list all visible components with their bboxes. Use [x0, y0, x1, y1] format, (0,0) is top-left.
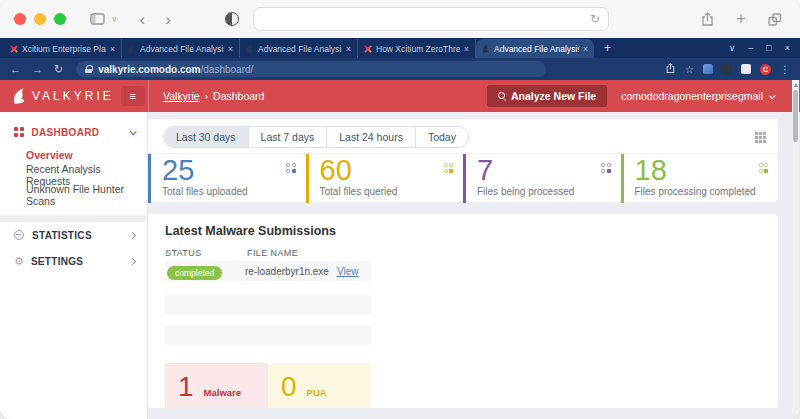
- brand-area: VALKYRIE ≡: [0, 80, 148, 112]
- stats-panel: Last 30 days Last 7 days Last 24 hours T…: [148, 119, 778, 202]
- extension-icon-light[interactable]: [741, 64, 751, 74]
- browser-menu-icon[interactable]: ⋮: [780, 64, 790, 75]
- tab-label: Advanced File Analysis System | V: [140, 44, 224, 54]
- scrollbar-up-arrow[interactable]: [792, 80, 799, 90]
- breadcrumb-separator: ›: [205, 90, 209, 102]
- page-scrollbar[interactable]: [792, 80, 799, 417]
- malware-section-title: Latest Malware Submissions: [165, 214, 778, 245]
- minimize-window-button[interactable]: [34, 13, 46, 25]
- tab-advanced-file-analysis-active[interactable]: Advanced File Analysis System | V ×: [476, 39, 594, 58]
- stat-card-files-processing: 7 Files being processed: [463, 154, 621, 203]
- sidebar-settings-label: SETTINGS: [31, 256, 130, 267]
- chevron-right-icon: [129, 257, 136, 264]
- breadcrumb: Valkyrie › Dashboard: [163, 90, 264, 102]
- close-window-button[interactable]: [14, 13, 26, 25]
- send-share-icon[interactable]: [665, 60, 676, 78]
- valkyrie-favicon: [128, 44, 136, 53]
- sidebar-toggle-icon[interactable]: [90, 13, 105, 25]
- stat-grid-icon: [759, 163, 769, 173]
- browser-window: ∨ ‹ › ↻ + Xcitium Enterprise Platform × …: [0, 0, 800, 419]
- breadcrumb-current: Dashboard: [213, 90, 264, 102]
- window-close-icon[interactable]: ×: [785, 43, 790, 53]
- window-maximize-icon[interactable]: □: [766, 43, 771, 53]
- tab-close-icon[interactable]: ×: [583, 44, 588, 54]
- tab-advanced-file-analysis-1[interactable]: Advanced File Analysis System | V ×: [122, 39, 240, 58]
- new-tab-mac-button[interactable]: +: [736, 9, 746, 29]
- pua-count-tile: 0 PUA: [268, 363, 371, 408]
- grid-view-icon[interactable]: [755, 132, 766, 143]
- malware-table-header: STATUS FILE NAME: [165, 245, 371, 261]
- tab-close-icon[interactable]: ×: [110, 44, 115, 54]
- shield-contrast-icon[interactable]: [225, 12, 239, 26]
- tab-zerothreat[interactable]: How Xcitium ZeroThreat™ Worki ×: [358, 39, 476, 58]
- zoom-window-button[interactable]: [54, 13, 66, 25]
- tab-close-icon[interactable]: ×: [228, 44, 233, 54]
- status-badge: completed: [167, 266, 222, 280]
- main-content: Last 30 days Last 7 days Last 24 hours T…: [148, 112, 800, 419]
- filter-last-30-days[interactable]: Last 30 days: [164, 127, 249, 147]
- url-path: /dashboard/: [200, 64, 253, 75]
- stat-value: 7: [477, 155, 611, 185]
- file-name-cell: re-loaderbyr1n.exe: [245, 266, 337, 277]
- mac-back-button[interactable]: ‹: [140, 11, 146, 28]
- sidebar-chevron-icon[interactable]: ∨: [111, 14, 118, 24]
- extension-icon-blue[interactable]: [703, 64, 713, 74]
- mac-url-field[interactable]: ↻: [253, 7, 609, 31]
- sidebar-item-settings[interactable]: ⚙ SETTINGS: [0, 248, 147, 274]
- analyze-button-label: Analyze New File: [511, 90, 596, 102]
- filter-last-7-days[interactable]: Last 7 days: [249, 127, 328, 147]
- mac-forward-button[interactable]: ›: [165, 11, 171, 28]
- extension-icon-dark[interactable]: [722, 64, 732, 74]
- hamburger-menu-button[interactable]: ≡: [121, 86, 145, 106]
- url-field[interactable]: valkyrie.comodo.com /dashboard/: [76, 61, 546, 77]
- sidebar-dashboard-label: DASHBOARD: [32, 127, 131, 138]
- traffic-lights: [14, 13, 66, 25]
- back-button[interactable]: ←: [10, 63, 21, 75]
- gear-icon: ⚙: [14, 256, 24, 267]
- share-icon[interactable]: [701, 12, 714, 27]
- breadcrumb-root-link[interactable]: Valkyrie: [163, 90, 200, 102]
- tab-label: Advanced File Analysis System | V: [494, 44, 579, 54]
- tab-close-icon[interactable]: ×: [464, 44, 469, 54]
- time-filter-group: Last 30 days Last 7 days Last 24 hours T…: [163, 126, 469, 148]
- stat-card-files-uploaded: 25 Total files uploaded: [148, 154, 306, 203]
- tab-xcitium-enterprise[interactable]: Xcitium Enterprise Platform ×: [4, 39, 122, 58]
- sidebar-item-statistics[interactable]: STATISTICS: [0, 222, 147, 248]
- tab-close-icon[interactable]: ×: [346, 44, 351, 54]
- sidebar-item-overview[interactable]: Overview: [0, 145, 147, 165]
- header-divider: [148, 80, 149, 112]
- tab-advanced-file-analysis-2[interactable]: Advanced File Analysis System | V ×: [240, 39, 358, 58]
- new-tab-button[interactable]: +: [604, 41, 611, 55]
- window-chevron-icon[interactable]: ∨: [729, 43, 736, 53]
- filter-today[interactable]: Today: [416, 127, 468, 147]
- comodo-extension-icon[interactable]: C: [760, 64, 771, 75]
- reload-button[interactable]: ↻: [54, 63, 63, 76]
- stat-value: 25: [162, 155, 296, 185]
- column-file-name: FILE NAME: [247, 248, 371, 258]
- stat-value: 18: [635, 155, 769, 185]
- sidebar-item-dashboard[interactable]: DASHBOARD: [0, 119, 147, 145]
- sidebar-section-divider: [0, 215, 147, 222]
- column-status: STATUS: [165, 248, 247, 258]
- stat-grid-icon: [601, 163, 611, 173]
- bookmark-star-icon[interactable]: ☆: [685, 64, 694, 75]
- table-row: completed re-loaderbyr1n.exe View: [165, 261, 371, 281]
- xcitium-favicon: [364, 45, 372, 53]
- lock-icon: [85, 65, 92, 73]
- view-link[interactable]: View: [337, 266, 359, 277]
- stat-label: Total files queried: [320, 186, 454, 197]
- stat-grid-icon: [444, 163, 454, 173]
- window-minimize-icon[interactable]: –: [748, 43, 753, 53]
- filter-last-24-hours[interactable]: Last 24 hours: [327, 127, 416, 147]
- scrollbar-thumb[interactable]: [793, 90, 798, 142]
- forward-button[interactable]: →: [32, 63, 43, 75]
- valkyrie-favicon: [482, 44, 490, 53]
- reload-icon[interactable]: ↻: [590, 12, 600, 26]
- tab-overview-icon[interactable]: [768, 13, 782, 26]
- sidebar-item-unknown-file-hunter-scans[interactable]: Unknown File Hunter Scans: [0, 185, 147, 205]
- tab-strip: Xcitium Enterprise Platform × Advanced F…: [0, 38, 800, 58]
- sidebar-item-recent-analysis-requests[interactable]: Recent Analysis Requests: [0, 165, 147, 185]
- account-name: comododragonenterprisegmail: [621, 90, 763, 102]
- account-menu[interactable]: comododragonenterprisegmail: [621, 90, 774, 102]
- analyze-new-file-button[interactable]: Analyze New File: [487, 85, 607, 107]
